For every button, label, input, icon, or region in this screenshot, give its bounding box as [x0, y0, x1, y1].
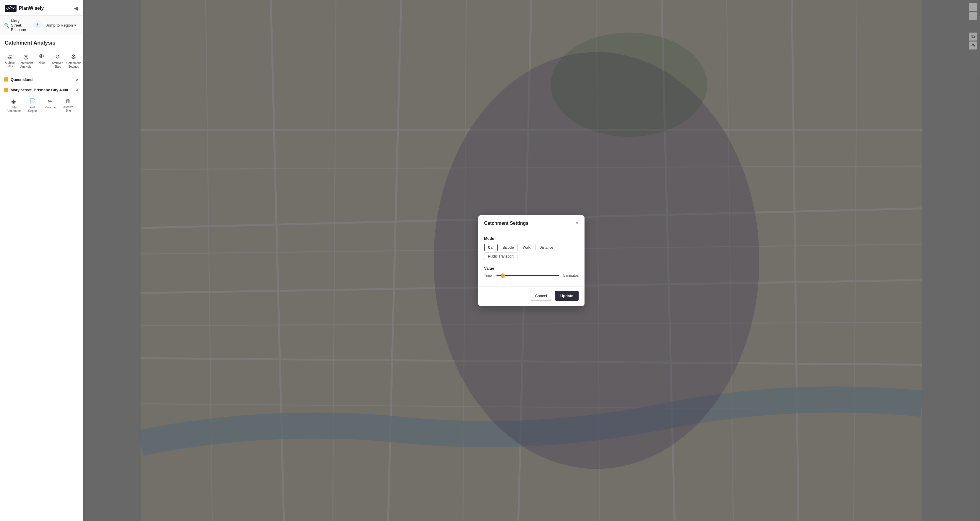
action-rename[interactable]: ✏ Rename — [42, 96, 58, 111]
get-report-label: Get Report — [25, 106, 40, 113]
time-slider-track[interactable] — [496, 275, 559, 276]
get-report-icon: 📄 — [30, 98, 36, 105]
section-title: Catchment Analysis — [0, 35, 83, 49]
modal-title: Catchment Settings — [484, 221, 528, 226]
site-name-area: Mary Street, Brisbane City 4000 — [4, 88, 68, 92]
archive-site-icon: 🗑 — [65, 98, 71, 104]
region-header[interactable]: Queensland ∧ — [4, 77, 79, 82]
logo-svg — [5, 4, 16, 13]
hide-catchment-icon: ◉ — [11, 98, 16, 105]
tool-archived-sites[interactable]: ↺ ArchivedSites — [49, 51, 65, 70]
archived-sites-label: ArchivedSites — [52, 62, 64, 68]
tool-catchment-settings[interactable]: ⚙ CatchmentSettings — [65, 51, 81, 70]
collapse-sidebar-button[interactable]: ◀ — [74, 5, 78, 11]
modal-header: Catchment Settings × — [478, 215, 584, 230]
archive-sites-icon: 🗂 — [7, 53, 13, 60]
location-icon: 📍 — [35, 23, 40, 27]
tool-archive-sites[interactable]: 🗂 ArchiveSites — [2, 51, 18, 70]
mode-distance-button[interactable]: Distance — [536, 244, 557, 251]
slider-thumb[interactable] — [501, 273, 505, 278]
map-area[interactable]: + − ⧉ ⊕ Catchment Settings × Mode Car — [83, 0, 980, 521]
time-label: Time — [484, 273, 493, 278]
mode-car-button[interactable]: Car — [484, 244, 498, 251]
search-bar: 🔍 Mary Street, Brisbane 📍 Jump to Region… — [0, 16, 83, 35]
archived-sites-icon: ↺ — [55, 53, 60, 60]
value-row: Time 5 minutes — [484, 273, 579, 278]
rename-icon: ✏ — [48, 98, 52, 105]
cancel-button[interactable]: Cancel — [530, 291, 552, 301]
logo: PlanWisely — [5, 4, 44, 13]
catchment-analysis-icon: ◎ — [23, 53, 29, 60]
site-header: Mary Street, Brisbane City 4000 ∧ — [4, 87, 79, 92]
hide-icon: 👁 — [39, 53, 45, 60]
catchment-settings-icon: ⚙ — [71, 53, 76, 60]
site-label: Mary Street, Brisbane City 4000 — [11, 88, 68, 92]
toolbar: 🗂 ArchiveSites ◎ CatchmentAnalysis 👁 Hid… — [0, 49, 83, 74]
rename-label: Rename — [45, 106, 56, 109]
catchment-settings-modal: Catchment Settings × Mode Car Bicycle Wa… — [478, 215, 584, 306]
region-section: Queensland ∧ — [0, 74, 83, 85]
hide-catchment-label: HideCatchment — [6, 106, 21, 113]
action-archive-site[interactable]: 🗑 Archive Site — [58, 96, 79, 114]
modal-close-button[interactable]: × — [575, 221, 579, 226]
modal-footer: Cancel Update — [478, 286, 584, 306]
region-name: Queensland — [4, 77, 32, 82]
search-location-text: Mary Street, Brisbane — [11, 19, 31, 32]
site-section: Mary Street, Brisbane City 4000 ∧ ◉ Hide… — [0, 85, 83, 119]
archive-sites-label: ArchiveSites — [5, 61, 14, 68]
region-dot — [4, 77, 8, 81]
location-badge[interactable]: 📍 — [33, 23, 42, 28]
mode-buttons: Car Bicycle Walk Distance Public Transpo… — [484, 244, 579, 260]
region-label: Queensland — [11, 77, 32, 82]
site-actions: ◉ HideCatchment 📄 Get Report ✏ Rename 🗑 … — [4, 95, 79, 116]
site-dot — [4, 88, 8, 92]
region-chevron-icon[interactable]: ∧ — [76, 77, 79, 82]
mode-label: Mode — [484, 236, 579, 241]
mode-walk-button[interactable]: Walk — [519, 244, 534, 251]
hide-label: Hide — [39, 61, 45, 65]
app-name: PlanWisely — [19, 6, 44, 11]
action-hide-catchment[interactable]: ◉ HideCatchment — [4, 96, 23, 114]
catchment-analysis-label: CatchmentAnalysis — [19, 62, 33, 68]
mode-bicycle-button[interactable]: Bicycle — [499, 244, 518, 251]
chevron-down-icon: ▾ — [74, 23, 76, 27]
modal-overlay: Catchment Settings × Mode Car Bicycle Wa… — [83, 0, 980, 521]
logo-bar: PlanWisely ◀ — [0, 0, 83, 16]
action-get-report[interactable]: 📄 Get Report — [23, 96, 42, 114]
time-value-display: 5 minutes — [562, 273, 579, 278]
tool-catchment-analysis[interactable]: ◎ CatchmentAnalysis — [18, 51, 34, 70]
update-button[interactable]: Update — [555, 291, 579, 301]
jump-to-region-button[interactable]: Jump to Region ▾ — [44, 22, 79, 29]
search-icon: 🔍 — [4, 23, 9, 28]
value-label: Value — [484, 266, 579, 270]
modal-body: Mode Car Bicycle Walk Distance Public Tr… — [478, 230, 584, 284]
mode-public-transport-button[interactable]: Public Transport — [484, 253, 517, 260]
archive-site-label: Archive Site — [60, 105, 76, 113]
tool-hide[interactable]: 👁 Hide — [34, 51, 49, 67]
jump-region-label: Jump to Region — [46, 23, 73, 27]
search-input-area: 🔍 Mary Street, Brisbane — [4, 19, 31, 32]
sidebar: PlanWisely ◀ 🔍 Mary Street, Brisbane 📍 J… — [0, 0, 83, 521]
value-section: Value Time 5 minutes — [484, 266, 579, 278]
site-chevron-icon[interactable]: ∧ — [76, 87, 79, 92]
catchment-settings-label: CatchmentSettings — [67, 62, 81, 68]
